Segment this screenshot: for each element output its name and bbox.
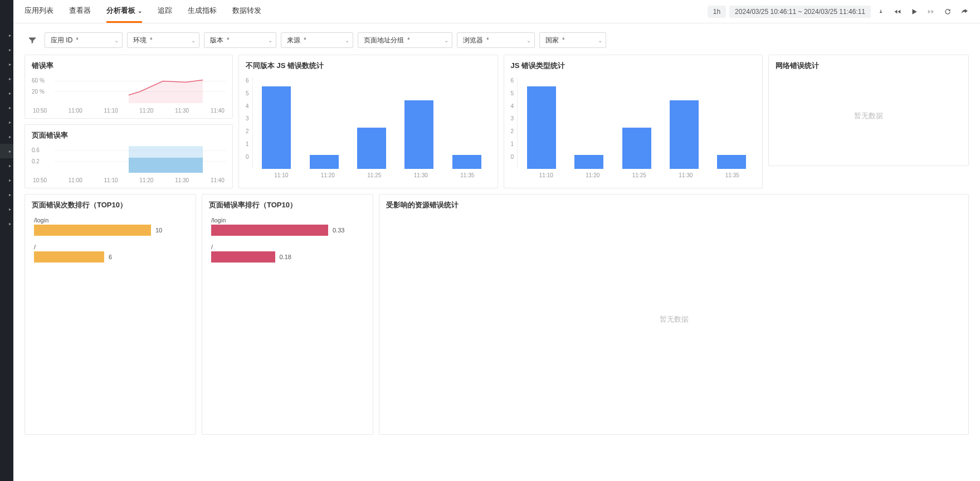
- filter-pagegroup[interactable]: 页面地址分组*⌄: [358, 32, 452, 48]
- filter-browser[interactable]: 浏览器*⌄: [457, 32, 535, 48]
- sidebar-item-6[interactable]: ▸: [0, 100, 13, 115]
- tab-forward[interactable]: 数据转发: [232, 0, 261, 23]
- hbar-row: /login10: [25, 217, 196, 236]
- hbar-value: 10: [155, 227, 162, 234]
- sidebar-item-3[interactable]: ▸: [0, 57, 13, 71]
- chevron-down-icon: ⌄: [191, 37, 196, 43]
- filter-label: 国家: [545, 36, 559, 45]
- sidebar-item-13[interactable]: ▸: [0, 202, 13, 216]
- chevron-down-icon: ⌄: [345, 37, 349, 43]
- x-tick: 10:50: [33, 108, 47, 114]
- filter-value: *: [562, 36, 594, 44]
- chart-js-type: 6543210: [504, 74, 763, 169]
- bar: [670, 100, 699, 169]
- sidebar-item-12[interactable]: ▸: [0, 187, 13, 202]
- chevron-right-icon: ▸: [9, 62, 11, 67]
- tab-label: 分析看板: [106, 6, 135, 16]
- x-tick: 11:40: [211, 108, 225, 114]
- chevron-down-icon: ⌄: [444, 37, 448, 43]
- card-resource-err: 受影响的资源错误统计 暂无数据: [379, 194, 969, 435]
- no-data: 暂无数据: [379, 213, 968, 425]
- card-title: 页面错误率排行（TOP10）: [202, 195, 373, 213]
- chart-js-version: 6543210: [239, 74, 498, 169]
- chevron-right-icon: ▸: [9, 178, 11, 183]
- pin-icon[interactable]: [874, 5, 888, 18]
- hbar-label: /: [34, 244, 187, 250]
- hbar: [34, 225, 151, 236]
- chevron-right-icon: ▸: [9, 47, 11, 52]
- sidebar-item-5[interactable]: ▸: [0, 86, 13, 100]
- filter-value: *: [227, 36, 265, 44]
- filter-version[interactable]: 版本*⌄: [204, 32, 276, 48]
- filter-icon[interactable]: [25, 32, 40, 48]
- play-icon[interactable]: [908, 5, 921, 18]
- filters: 应用 ID*⌄ 环境*⌄ 版本*⌄ 来源*⌄ 页面地址分组*⌄ 浏览器*⌄ 国家…: [13, 23, 980, 55]
- card-title: 页面错误次数排行（TOP10）: [25, 195, 196, 213]
- bar: [262, 86, 291, 169]
- tab-trace[interactable]: 追踪: [158, 0, 172, 23]
- filter-label: 应用 ID: [51, 36, 72, 45]
- rewind-icon[interactable]: [891, 5, 904, 18]
- filter-label: 版本: [210, 36, 223, 45]
- bar: [310, 155, 339, 169]
- chevron-right-icon: ▸: [9, 149, 11, 154]
- bar-area: [252, 77, 491, 169]
- filter-label: 页面地址分组: [364, 36, 404, 45]
- card-js-type: JS 错误类型统计 6543210 11:1011:2011:2511:3011…: [504, 55, 763, 188]
- tab-analysis[interactable]: 分析看板⌄: [106, 0, 142, 23]
- share-icon[interactable]: [958, 5, 971, 18]
- chevron-right-icon: ▸: [9, 76, 11, 81]
- y-tick: 0.6: [32, 147, 40, 153]
- refresh-icon[interactable]: [941, 5, 954, 18]
- card-title: 页面错误率: [25, 125, 232, 144]
- time-range[interactable]: 2024/03/25 10:46:11 ~ 2024/03/25 11:46:1…: [729, 6, 871, 18]
- forward-icon[interactable]: [924, 5, 938, 18]
- tab-app-list[interactable]: 应用列表: [25, 0, 53, 23]
- sidebar-item-1[interactable]: ▸: [0, 28, 13, 42]
- sidebar-item-10[interactable]: ▸: [0, 158, 13, 173]
- chevron-right-icon: ▸: [9, 192, 11, 197]
- sidebar-item-9[interactable]: ▸: [0, 144, 13, 158]
- sidebar-item-14[interactable]: ▸: [0, 216, 13, 231]
- hbar: [34, 251, 104, 263]
- filter-label: 环境: [133, 36, 147, 45]
- x-axis: 10:50 11:00 11:10 11:20 11:30 11:40: [25, 108, 232, 118]
- sidebar-item-11[interactable]: ▸: [0, 173, 13, 187]
- chevron-down-icon: ⌄: [114, 37, 119, 43]
- filter-app-id[interactable]: 应用 ID*⌄: [45, 32, 123, 48]
- card-title: 受影响的资源错误统计: [379, 195, 968, 213]
- sidebar-item-7[interactable]: ▸: [0, 115, 13, 129]
- x-tick: 11:00: [69, 177, 82, 183]
- hbar-label: /login: [211, 217, 364, 224]
- bar: [357, 128, 386, 169]
- svg-rect-5: [129, 158, 203, 173]
- hbar-value: 0.18: [280, 254, 291, 260]
- filter-value: *: [407, 36, 441, 44]
- tab-metrics[interactable]: 生成指标: [188, 0, 217, 23]
- filter-country[interactable]: 国家*⌄: [539, 32, 606, 48]
- card-title: JS 错误类型统计: [504, 55, 763, 74]
- chevron-down-icon: ⌄: [268, 37, 272, 43]
- tab-viewer[interactable]: 查看器: [69, 0, 91, 23]
- chevron-right-icon: ▸: [9, 33, 11, 38]
- topbar: 应用列表 查看器 分析看板⌄ 追踪 生成指标 数据转发 1h 2024/03/2…: [13, 0, 980, 23]
- filter-source[interactable]: 来源*⌄: [281, 32, 353, 48]
- x-tick: 11:20: [139, 177, 153, 183]
- sidebar-item-8[interactable]: ▸: [0, 129, 13, 144]
- chart-err-rate: 60 % 20 %: [25, 74, 232, 108]
- filter-env[interactable]: 环境*⌄: [127, 32, 199, 48]
- time-preset[interactable]: 1h: [708, 6, 726, 18]
- chevron-right-icon: ▸: [9, 207, 11, 212]
- sidebar-item-2[interactable]: ▸: [0, 42, 13, 57]
- card-title: 错误率: [25, 55, 232, 74]
- x-tick: 11:20: [139, 108, 153, 114]
- filter-label: 来源: [287, 36, 300, 45]
- sidebar: ▸ ▸ ▸ ▸ ▸ ▸ ▸ ▸ ▸ ▸ ▸ ▸ ▸ ▸: [0, 0, 13, 481]
- chevron-down-icon: ⌄: [138, 8, 142, 14]
- hbar-label: /login: [34, 217, 187, 224]
- hbar: [211, 251, 275, 263]
- bar: [404, 100, 433, 169]
- x-tick: 10:50: [33, 177, 47, 183]
- card-page-err-rate-top: 页面错误率排行（TOP10） /login0.33/0.18: [202, 194, 373, 435]
- sidebar-item-4[interactable]: ▸: [0, 71, 13, 86]
